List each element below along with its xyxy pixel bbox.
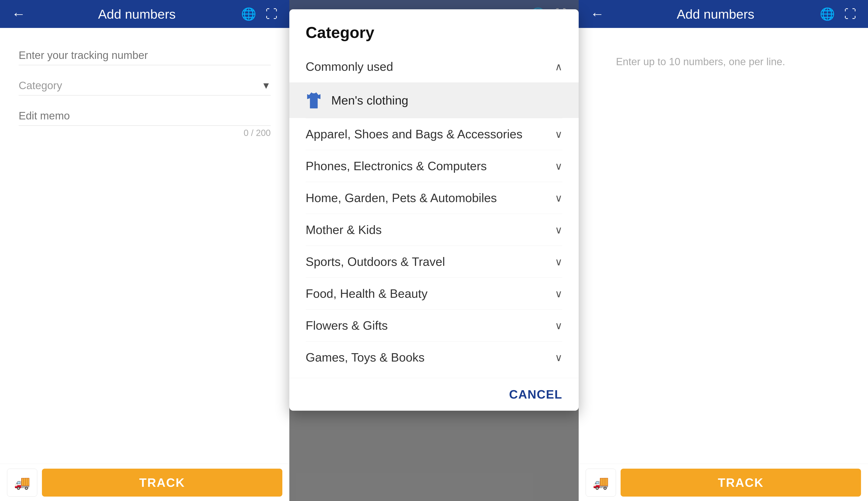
- category-chevron-7: ∨: [555, 352, 562, 363]
- category-chevron-6: ∨: [555, 320, 562, 331]
- left-truck-button[interactable]: 🚚: [7, 469, 37, 497]
- char-count: 0 / 200: [19, 128, 271, 138]
- category-label-0: Apparel, Shoes and Bags & Accessories: [306, 127, 523, 141]
- right-header: ← Add numbers 🌐 ⛶: [579, 0, 868, 28]
- left-truck-icon: 🚚: [14, 475, 30, 490]
- memo-input[interactable]: [19, 109, 271, 122]
- tracking-number-field[interactable]: [19, 42, 271, 65]
- commonly-used-section[interactable]: Commonly used ∧: [289, 51, 579, 83]
- category-label-6: Flowers & Gifts: [306, 319, 388, 332]
- category-label-5: Food, Health & Beauty: [306, 287, 428, 300]
- right-back-button[interactable]: ←: [590, 7, 604, 21]
- category-chevron-2: ∨: [555, 192, 562, 204]
- left-header-title: Add numbers: [33, 7, 241, 22]
- category-label-7: Games, Toys & Books: [306, 350, 425, 364]
- left-header: ← Add numbers 🌐 ⛶: [0, 0, 289, 28]
- category-item-2[interactable]: Home, Garden, Pets & Automobiles ∨: [289, 182, 579, 214]
- left-track-button[interactable]: TRACK: [42, 469, 282, 497]
- right-globe-icon[interactable]: 🌐: [820, 7, 835, 21]
- right-panel: ← Add numbers 🌐 ⛶ Enter up to 10 numbers…: [579, 0, 868, 501]
- right-truck-button[interactable]: 🚚: [586, 469, 616, 497]
- category-label-2: Home, Garden, Pets & Automobiles: [306, 191, 497, 205]
- memo-field[interactable]: [19, 103, 271, 126]
- category-item-6[interactable]: Flowers & Gifts ∨: [289, 310, 579, 341]
- category-label-1: Phones, Electronics & Computers: [306, 159, 487, 173]
- category-chevron-1: ∨: [555, 160, 562, 172]
- hint-text: Enter up to 10 numbers, one per line.: [597, 42, 804, 82]
- modal-overlay: Category Commonly used ∧ Men's clothing: [289, 0, 579, 501]
- category-chevron-3: ∨: [555, 224, 562, 236]
- left-back-button[interactable]: ←: [12, 7, 25, 21]
- right-header-icons: 🌐 ⛶: [820, 7, 856, 21]
- cancel-button[interactable]: CANCEL: [509, 387, 562, 401]
- category-item-4[interactable]: Sports, Outdoors & Travel ∨: [289, 246, 579, 277]
- left-globe-icon[interactable]: 🌐: [241, 7, 256, 21]
- middle-panel: ← Add numbers 🌐 ⛶ Category Commonly used…: [289, 0, 579, 501]
- category-chevron-4: ∨: [555, 256, 562, 268]
- category-item-7[interactable]: Games, Toys & Books ∨: [289, 342, 579, 373]
- right-truck-icon: 🚚: [593, 475, 609, 490]
- tracking-input[interactable]: [19, 49, 271, 62]
- commonly-used-label: Commonly used: [306, 60, 393, 74]
- category-list: Apparel, Shoes and Bags & Accessories ∨ …: [289, 118, 579, 373]
- left-bottom-bar: 🚚 TRACK: [0, 464, 289, 501]
- category-item-0[interactable]: Apparel, Shoes and Bags & Accessories ∨: [289, 118, 579, 150]
- category-field[interactable]: Category ▼: [19, 72, 271, 95]
- category-chevron-0: ∨: [555, 128, 562, 140]
- mens-clothing-icon: [306, 91, 322, 110]
- left-panel: ← Add numbers 🌐 ⛶ Category ▼ 0 / 200 🚚 T…: [0, 0, 289, 501]
- category-label-4: Sports, Outdoors & Travel: [306, 255, 445, 269]
- category-item-5[interactable]: Food, Health & Beauty ∨: [289, 278, 579, 309]
- right-expand-icon[interactable]: ⛶: [844, 7, 856, 21]
- right-content: Enter up to 10 numbers, one per line.: [579, 28, 868, 464]
- category-modal: Category Commonly used ∧ Men's clothing: [289, 9, 579, 411]
- modal-footer: CANCEL: [289, 378, 579, 411]
- category-item-1[interactable]: Phones, Electronics & Computers ∨: [289, 150, 579, 182]
- modal-body: Commonly used ∧ Men's clothing Apparel, …: [289, 51, 579, 378]
- right-bottom-bar: 🚚 TRACK: [579, 464, 868, 501]
- right-header-title: Add numbers: [611, 7, 820, 22]
- right-track-button[interactable]: TRACK: [620, 469, 861, 497]
- category-item-3[interactable]: Mother & Kids ∨: [289, 214, 579, 246]
- category-label-3: Mother & Kids: [306, 223, 382, 237]
- category-dropdown-arrow[interactable]: ▼: [261, 80, 271, 91]
- category-chevron-5: ∨: [555, 288, 562, 300]
- commonly-used-chevron: ∧: [555, 61, 562, 73]
- left-content: Category ▼ 0 / 200: [0, 28, 289, 464]
- mens-clothing-item[interactable]: Men's clothing: [289, 83, 579, 118]
- left-expand-icon[interactable]: ⛶: [265, 7, 278, 21]
- modal-title: Category: [289, 9, 579, 51]
- category-label: Category: [19, 79, 261, 92]
- left-header-icons: 🌐 ⛶: [241, 7, 278, 21]
- mens-clothing-label: Men's clothing: [331, 93, 408, 107]
